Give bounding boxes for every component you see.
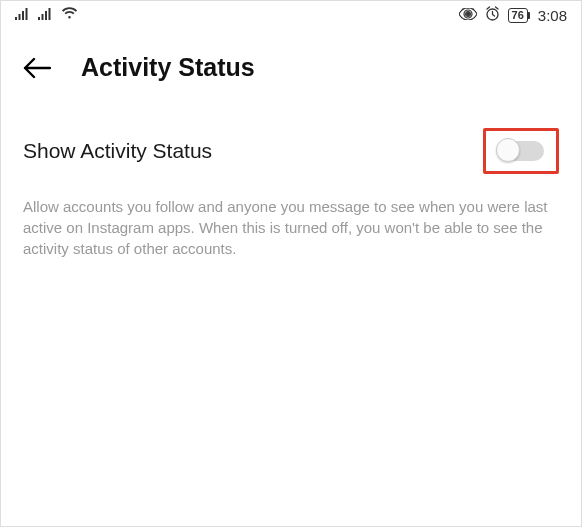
status-right: 76 3:08 bbox=[459, 6, 567, 24]
toggle-knob bbox=[496, 138, 520, 162]
activity-status-toggle[interactable] bbox=[498, 141, 544, 161]
status-bar: 76 3:08 bbox=[1, 1, 581, 25]
alarm-icon bbox=[485, 6, 500, 24]
wifi-icon bbox=[61, 7, 78, 23]
back-button[interactable] bbox=[23, 57, 51, 79]
svg-rect-1 bbox=[19, 14, 21, 20]
eye-icon bbox=[459, 8, 477, 23]
signal-icon-2 bbox=[38, 8, 54, 23]
status-left bbox=[15, 7, 78, 23]
content: Show Activity Status Allow accounts you … bbox=[1, 92, 581, 259]
svg-rect-3 bbox=[26, 8, 28, 20]
activity-status-label: Show Activity Status bbox=[23, 139, 212, 163]
header: Activity Status bbox=[1, 25, 581, 92]
svg-rect-4 bbox=[38, 17, 40, 20]
svg-line-13 bbox=[487, 7, 490, 9]
svg-rect-5 bbox=[42, 14, 44, 20]
signal-icon-1 bbox=[15, 8, 31, 23]
svg-rect-0 bbox=[15, 17, 17, 20]
activity-status-row: Show Activity Status bbox=[23, 128, 559, 174]
page-title: Activity Status bbox=[81, 53, 255, 82]
svg-rect-6 bbox=[45, 11, 47, 20]
highlight-box bbox=[483, 128, 559, 174]
svg-line-14 bbox=[495, 7, 498, 9]
battery-icon: 76 bbox=[508, 8, 528, 23]
clock-time: 3:08 bbox=[538, 7, 567, 24]
svg-rect-7 bbox=[49, 8, 51, 20]
battery-level: 76 bbox=[512, 9, 524, 22]
svg-point-8 bbox=[466, 12, 470, 16]
activity-status-description: Allow accounts you follow and anyone you… bbox=[23, 196, 559, 259]
svg-rect-2 bbox=[22, 11, 24, 20]
